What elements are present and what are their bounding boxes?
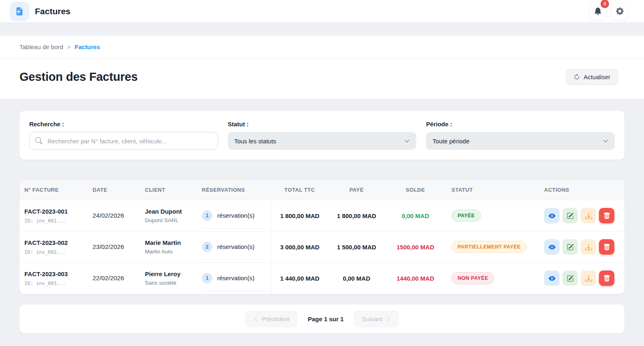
invoices-table-card: N° FACTURE DATE CLIENT RÉSERVATIONS TOTA… [19, 180, 625, 294]
edit-button[interactable] [562, 239, 578, 255]
status-badge: PAYÉE [452, 210, 481, 222]
page-header-block: Tableau de bord > Factures Gestion des F… [0, 36, 644, 99]
invoice-id: ID: inv_003... [24, 281, 83, 286]
view-button[interactable] [544, 270, 560, 286]
chevron-left-icon [253, 316, 258, 322]
table-row: FACT-2023-002 ID: inv_002... 23/02/2026 … [19, 231, 625, 263]
reservations-item: 1 réservation(s) [202, 210, 266, 229]
delete-button[interactable] [599, 239, 614, 255]
total-ttc: 3 000,00 MAD [270, 231, 329, 263]
invoice-id: ID: inv_001... [24, 218, 83, 224]
column-header-total: TOTAL TTC [270, 180, 329, 200]
total-ttc: 1 800,00 MAD [270, 200, 329, 231]
previous-page-label: Précédent [262, 316, 290, 322]
invoice-number: FACT-2023-003 [24, 270, 83, 277]
client-company: Martin Auto [145, 249, 192, 255]
breadcrumb-current: Factures [75, 43, 100, 50]
column-header-actions: ACTIONS [539, 180, 625, 200]
gear-icon [616, 7, 624, 15]
edit-button[interactable] [562, 208, 578, 223]
chevron-right-icon [386, 316, 391, 322]
edit-icon [567, 244, 574, 251]
download-button[interactable] [581, 270, 596, 286]
column-header-invoice: N° FACTURE [19, 180, 88, 200]
client-name: Jean Dupont [145, 208, 192, 215]
invoice-document-icon [10, 2, 29, 21]
period-select[interactable]: Toute période [426, 132, 615, 150]
download-icon [585, 244, 592, 251]
reservations-count-badge: 1 [202, 273, 212, 283]
reservations-label: réservation(s) [217, 243, 255, 250]
invoices-table: N° FACTURE DATE CLIENT RÉSERVATIONS TOTA… [19, 180, 625, 294]
invoice-number: FACT-2023-001 [24, 208, 83, 215]
settings-button[interactable] [611, 2, 629, 20]
table-header-row: N° FACTURE DATE CLIENT RÉSERVATIONS TOTA… [19, 180, 625, 200]
column-header-client: CLIENT [140, 180, 197, 200]
eye-icon [549, 212, 555, 219]
edit-button[interactable] [562, 270, 578, 286]
download-button[interactable] [581, 239, 596, 255]
delete-button[interactable] [599, 208, 614, 223]
bell-icon [594, 7, 602, 15]
next-page-button[interactable]: Suivant [354, 311, 399, 327]
delete-button[interactable] [599, 270, 614, 286]
status-badge: PARTIELLEMENT PAYÉE [452, 241, 527, 253]
reservations-count-badge: 2 [202, 242, 212, 252]
column-header-date: DATE [88, 180, 140, 200]
search-label: Recherche : [29, 121, 218, 128]
next-page-label: Suivant [362, 316, 382, 322]
download-icon [585, 275, 592, 282]
filter-search: Recherche : [29, 121, 218, 150]
topbar-brand: Factures [10, 2, 71, 21]
row-actions [544, 208, 620, 223]
download-icon [585, 212, 592, 219]
balance-amount: 1440,00 MAD [384, 263, 447, 294]
table-row: FACT-2023-001 ID: inv_001... 24/02/2026 … [19, 200, 625, 231]
view-button[interactable] [544, 239, 560, 255]
status-select[interactable]: Tous les statuts [228, 132, 417, 150]
column-header-reservations: RÉSERVATIONS [197, 180, 270, 200]
refresh-button[interactable]: Actualiser [566, 69, 618, 85]
breadcrumb-dashboard-link[interactable]: Tableau de bord [19, 43, 63, 50]
topbar: Factures 3 [0, 0, 644, 23]
title-row: Gestion des Factures Actualiser [0, 58, 644, 99]
status-select-value: Tous les statuts [234, 138, 276, 145]
column-header-balance: SOLDE [384, 180, 447, 200]
client-company: Sans société [145, 280, 192, 286]
reservations-count-badge: 1 [202, 210, 212, 221]
notification-count-badge: 3 [601, 0, 609, 8]
previous-page-button[interactable]: Précédent [245, 311, 297, 327]
view-button[interactable] [544, 208, 560, 223]
client-name: Pierre Leroy [145, 270, 192, 277]
invoices-page: Factures 3 Tableau de bord > Factures Ge… [0, 0, 644, 346]
invoice-date: 23/02/2026 [93, 243, 124, 250]
balance-amount: 0,00 MAD [384, 200, 447, 231]
notifications-button[interactable]: 3 [589, 2, 607, 20]
paid-amount: 1 800,00 MAD [329, 200, 384, 231]
search-input[interactable] [29, 132, 218, 150]
table-row: FACT-2023-003 ID: inv_003... 22/02/2026 … [19, 263, 625, 294]
invoice-id: ID: inv_002... [24, 249, 83, 255]
filters-panel: Recherche : Statut : Tous les statuts Pé… [19, 111, 625, 160]
client-name: Marie Martin [145, 239, 192, 246]
row-actions [544, 270, 620, 286]
total-ttc: 1 440,00 MAD [270, 263, 329, 294]
status-badge: NON PAYÉE [452, 272, 494, 284]
filter-period: Période : Toute période [426, 121, 615, 150]
invoice-date: 24/02/2026 [93, 212, 124, 219]
paid-amount: 0,00 MAD [329, 263, 384, 294]
reservations-item: 1 réservation(s) [202, 273, 266, 291]
page-title: Gestion des Factures [19, 70, 138, 84]
trash-icon [603, 244, 610, 251]
reservations-label: réservation(s) [217, 275, 255, 281]
paid-amount: 1 500,00 MAD [329, 231, 384, 263]
client-company: Dupont SARL [145, 217, 192, 223]
column-header-status: STATUT [447, 180, 539, 200]
period-select-value: Toute période [432, 138, 469, 145]
balance-amount: 1500,00 MAD [384, 231, 447, 263]
download-button[interactable] [581, 208, 596, 223]
trash-icon [603, 275, 610, 282]
chevron-down-icon [603, 138, 608, 144]
status-label: Statut : [228, 121, 417, 128]
filter-status: Statut : Tous les statuts [228, 121, 417, 150]
